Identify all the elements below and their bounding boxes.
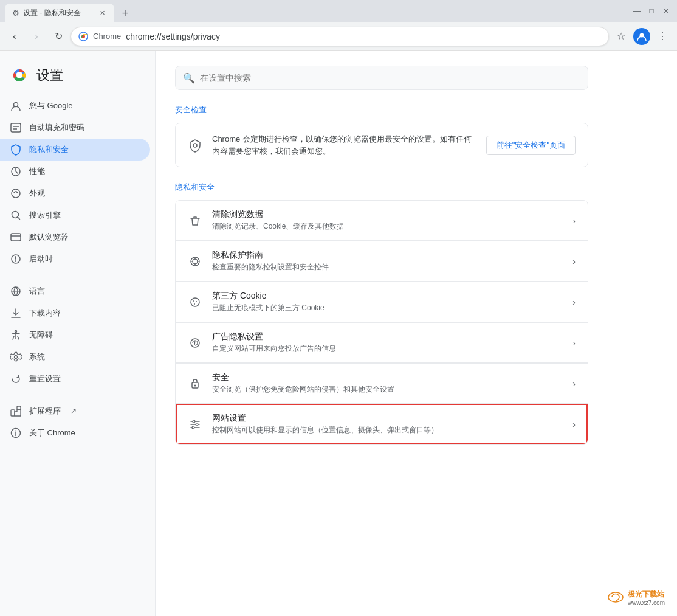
sidebar-item-autofill[interactable]: 自动填充和密码 <box>0 117 150 139</box>
watermark-url: www.xz7.com <box>628 600 665 606</box>
privacy-item-guide[interactable]: 隐私保护指南 检查重要的隐私控制设置和安全控件 › <box>176 241 588 282</box>
sidebar-label-system: 系统 <box>29 351 45 362</box>
sidebar-item-reset[interactable]: 重置设置 <box>0 368 150 390</box>
ad-privacy-content: 广告隐私设置 自定义网站可用来向您投放广告的信息 <box>212 331 563 354</box>
sidebar-item-google-account[interactable]: 您与 Google <box>0 95 150 117</box>
privacy-item-ad-privacy[interactable]: 广告隐私设置 自定义网站可用来向您投放广告的信息 › <box>176 322 588 363</box>
svg-rect-6 <box>11 123 21 132</box>
privacy-item-clear-browsing[interactable]: 清除浏览数据 清除浏览记录、Cookie、缓存及其他数据 › <box>176 201 588 241</box>
sidebar-item-performance[interactable]: 性能 <box>0 161 150 182</box>
svg-point-23 <box>193 259 198 264</box>
watermark-text: 极光下载站 www.xz7.com <box>628 589 665 606</box>
back-button[interactable]: ‹ <box>5 27 24 46</box>
sidebar-label-autofill: 自动填充和密码 <box>29 122 84 133</box>
privacy-icon <box>10 144 22 156</box>
search-input[interactable] <box>200 73 580 83</box>
svg-point-21 <box>193 144 197 147</box>
sidebar-divider-2 <box>0 395 155 395</box>
privacy-guide-desc: 检查重要的隐私控制设置和安全控件 <box>212 262 563 272</box>
privacy-section-title: 隐私和安全 <box>175 182 658 193</box>
sidebar-item-language[interactable]: 语言 <box>0 280 150 302</box>
sidebar-header: 设置 <box>0 61 155 95</box>
reset-icon <box>10 373 22 385</box>
svg-point-26 <box>196 301 197 302</box>
cookie-content: 第三方 Cookie 已阻止无痕模式下的第三方 Cookie <box>212 291 563 313</box>
address-bar[interactable]: Chrome chrome://settings/privacy <box>70 27 609 46</box>
watermark-logo-icon <box>607 591 624 605</box>
system-icon <box>10 351 22 363</box>
site-settings-arrow: › <box>572 420 576 429</box>
active-tab[interactable]: ⚙ 设置 - 隐私和安全 ✕ <box>5 4 114 22</box>
svg-point-20 <box>15 431 16 432</box>
ad-privacy-desc: 自定义网站可用来向您投放广告的信息 <box>212 344 563 354</box>
profile-button[interactable] <box>633 28 650 45</box>
menu-button[interactable]: ⋮ <box>653 27 672 46</box>
svg-point-24 <box>191 298 199 306</box>
extensions-icon <box>10 405 22 417</box>
sidebar-item-downloads[interactable]: 下载内容 <box>0 302 150 324</box>
minimize-button[interactable]: — <box>631 5 643 17</box>
search-engine-icon <box>10 209 22 221</box>
security-item-title: 安全 <box>212 372 563 383</box>
sidebar-item-about[interactable]: 关于 Chrome <box>0 422 150 444</box>
sidebar-label-search: 搜索引擎 <box>29 210 61 221</box>
startup-icon <box>10 253 22 265</box>
sidebar-item-startup[interactable]: 启动时 <box>0 248 150 270</box>
sidebar-label-language: 语言 <box>29 286 45 297</box>
tab-close-button[interactable]: ✕ <box>97 8 107 18</box>
svg-rect-17 <box>11 410 15 416</box>
sidebar-item-search[interactable]: 搜索引擎 <box>0 204 150 226</box>
svg-point-32 <box>196 423 198 426</box>
external-link-icon: ↗ <box>70 407 77 415</box>
security-check-desc: Chrome 会定期进行检查，以确保您的浏览器使用最安全的设置。如有任何内容需要… <box>212 133 476 157</box>
privacy-item-security[interactable]: 安全 安全浏览（保护您免受危险网站的侵害）和其他安全设置 › <box>176 363 588 404</box>
default-browser-icon <box>10 231 22 243</box>
chrome-logo-small <box>78 32 88 41</box>
sidebar-item-appearance[interactable]: 外观 <box>0 182 150 204</box>
sidebar-label-default-browser: 默认浏览器 <box>29 232 69 243</box>
sidebar-label-google-account: 您与 Google <box>29 100 73 111</box>
window-controls: — □ ✕ <box>631 5 672 17</box>
browser-label: Chrome <box>93 32 121 41</box>
privacy-items-list: 清除浏览数据 清除浏览记录、Cookie、缓存及其他数据 › 隐私保护指南 检查… <box>175 200 588 445</box>
refresh-button[interactable]: ↻ <box>49 27 68 46</box>
sidebar-label-privacy: 隐私和安全 <box>29 144 69 155</box>
privacy-guide-title: 隐私保护指南 <box>212 250 563 261</box>
clear-browsing-content: 清除浏览数据 清除浏览记录、Cookie、缓存及其他数据 <box>212 209 563 232</box>
sidebar-label-startup: 启动时 <box>29 254 53 265</box>
sidebar-item-extensions[interactable]: 扩展程序 ↗ <box>0 400 150 422</box>
close-button[interactable]: ✕ <box>660 5 672 17</box>
clear-browsing-icon <box>188 213 202 228</box>
sidebar: 设置 您与 Google 自动填充和密码 隐私和安全 性能 <box>0 51 156 616</box>
new-tab-button[interactable]: + <box>117 5 134 22</box>
svg-point-9 <box>14 192 15 193</box>
titlebar: ⚙ 设置 - 隐私和安全 ✕ + — □ ✕ <box>0 0 677 22</box>
tab-settings-icon: ⚙ <box>12 9 19 18</box>
sidebar-item-accessibility[interactable]: 无障碍 <box>0 324 150 346</box>
privacy-guide-arrow: › <box>572 257 576 266</box>
privacy-item-site-settings[interactable]: 网站设置 控制网站可以使用和显示的信息（位置信息、摄像头、弹出式窗口等） › <box>176 404 588 444</box>
sidebar-item-privacy[interactable]: 隐私和安全 <box>0 139 150 161</box>
bookmark-button[interactable]: ☆ <box>611 27 631 46</box>
maximize-button[interactable]: □ <box>645 5 658 17</box>
forward-button[interactable]: › <box>27 27 46 46</box>
tab-title: 设置 - 隐私和安全 <box>23 8 81 18</box>
security-check-icon <box>188 138 202 153</box>
sidebar-label-performance: 性能 <box>29 166 45 177</box>
privacy-guide-content: 隐私保护指南 检查重要的隐私控制设置和安全控件 <box>212 250 563 272</box>
sidebar-label-about: 关于 Chrome <box>29 427 75 438</box>
watermark: 极光下载站 www.xz7.com <box>602 587 670 609</box>
site-settings-title: 网站设置 <box>212 413 563 424</box>
security-item-desc: 安全浏览（保护您免受危险网站的侵害）和其他安全设置 <box>212 384 563 395</box>
cookie-arrow: › <box>572 297 576 307</box>
sidebar-divider-1 <box>0 275 155 275</box>
sidebar-item-system[interactable]: 系统 <box>0 346 150 368</box>
privacy-item-cookie[interactable]: 第三方 Cookie 已阻止无痕模式下的第三方 Cookie › <box>176 282 588 322</box>
security-check-button[interactable]: 前往"安全检查"页面 <box>486 136 576 155</box>
main-layout: 设置 您与 Google 自动填充和密码 隐私和安全 性能 <box>0 51 677 616</box>
tab-bar: ⚙ 设置 - 隐私和安全 ✕ + <box>5 0 631 22</box>
settings-search-bar[interactable]: 🔍 <box>175 66 588 90</box>
sidebar-item-default-browser[interactable]: 默认浏览器 <box>0 226 150 248</box>
about-icon <box>10 427 22 439</box>
address-url: chrome://settings/privacy <box>126 32 220 41</box>
